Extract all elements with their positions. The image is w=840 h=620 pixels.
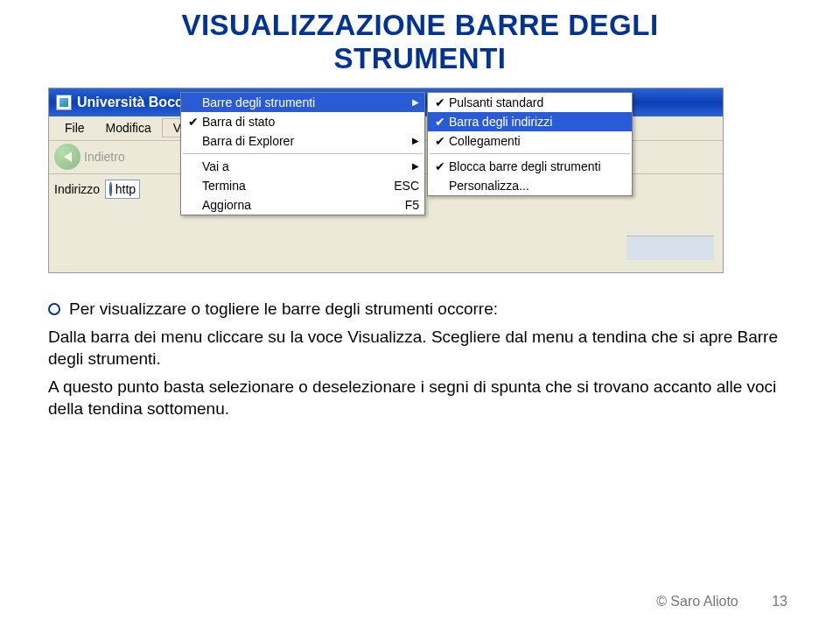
sub-collegamenti[interactable]: ✔ Collegamenti <box>428 131 632 151</box>
dropdown-area: Barre degli strumenti ▶ ✔ Barra di stato… <box>49 204 723 272</box>
dd-barra-stato[interactable]: ✔ Barra di stato <box>181 112 424 131</box>
sub-barra-indirizzi[interactable]: ✔ Barra degli indirizzi <box>428 112 632 131</box>
para-1: Per visualizzare o togliere le barre deg… <box>48 298 792 321</box>
sub-personalizza[interactable]: Personalizza... <box>428 176 632 195</box>
sub-pulsanti-standard[interactable]: ✔ Pulsanti standard <box>428 93 632 112</box>
check-icon: ✔ <box>185 115 202 129</box>
dd-barre-strumenti[interactable]: Barre degli strumenti ▶ <box>181 93 424 112</box>
dropdown-separator <box>183 153 423 154</box>
check-icon: ✔ <box>431 134 449 148</box>
address-field[interactable]: http <box>105 180 140 199</box>
footer-page-number: 13 <box>772 594 788 609</box>
dd-barra-explorer[interactable]: Barra di Explorer ▶ <box>181 131 424 151</box>
check-icon: ✔ <box>431 115 449 129</box>
title-line-1: VISUALIZZAZIONE BARRE DEGLI <box>181 9 658 41</box>
background-strip <box>626 236 714 260</box>
slide-title: VISUALIZZAZIONE BARRE DEGLI STRUMENTI <box>48 9 792 75</box>
title-line-2: STRUMENTI <box>334 42 507 74</box>
para-2: Dalla barra dei menu cliccare su la voce… <box>48 326 792 370</box>
check-icon: ✔ <box>431 95 449 109</box>
ie-icon <box>109 182 112 196</box>
visualizza-dropdown: Barre degli strumenti ▶ ✔ Barra di stato… <box>180 92 425 215</box>
sub-blocca-barre[interactable]: ✔ Blocca barre degli strumenti <box>428 157 632 176</box>
back-button-label[interactable]: Indietro <box>84 150 125 164</box>
dd-vai-a[interactable]: Vai a ▶ <box>181 157 424 176</box>
para-3: A questo punto basta selezionare o desel… <box>48 376 792 420</box>
page-icon <box>56 95 72 110</box>
check-icon: ✔ <box>431 159 449 173</box>
submenu-arrow-icon: ▶ <box>412 136 419 145</box>
footer-copyright: © Saro Alioto <box>656 594 738 609</box>
bullet-icon <box>48 303 60 315</box>
address-value: http <box>116 182 136 196</box>
dd-termina[interactable]: Termina ESC <box>181 176 424 195</box>
browser-screenshot: Università Bocconi - Microsoft Internet … <box>48 88 724 273</box>
menu-modifica[interactable]: Modifica <box>95 119 162 137</box>
slide-body: Per visualizzare o togliere le barre deg… <box>48 298 792 420</box>
footer: © Saro Alioto 13 <box>656 594 788 609</box>
menu-file[interactable]: File <box>54 119 95 137</box>
dd-aggiorna[interactable]: Aggiorna F5 <box>181 195 424 215</box>
address-label: Indirizzo <box>54 182 100 196</box>
barre-submenu: ✔ Pulsanti standard ✔ Barra degli indiri… <box>427 92 633 196</box>
submenu-arrow-icon: ▶ <box>412 161 419 171</box>
dropdown-separator <box>430 153 630 154</box>
back-button-icon[interactable] <box>54 144 80 170</box>
submenu-arrow-icon: ▶ <box>412 97 419 107</box>
